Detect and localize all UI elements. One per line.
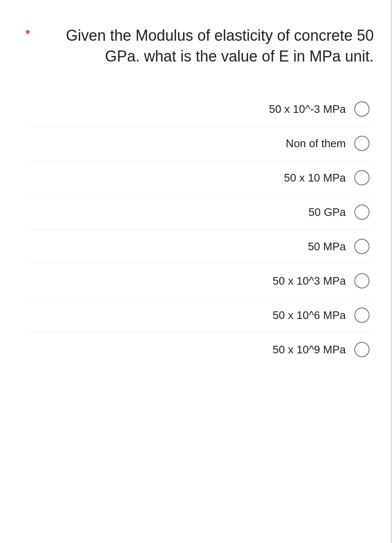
option-item[interactable]: 50 MPa	[25, 230, 374, 264]
option-item[interactable]: Non of them	[25, 126, 374, 161]
option-label: 50 x 10^-3 MPa	[269, 103, 346, 116]
question-header: * Given the Modulus of elasticity of con…	[25, 25, 374, 67]
required-star: *	[25, 27, 30, 41]
option-item[interactable]: 50 x 10^-3 MPa	[25, 92, 374, 126]
option-label: 50 GPa	[309, 206, 346, 219]
option-item[interactable]: 50 GPa	[25, 195, 374, 230]
radio-button[interactable]	[354, 308, 370, 323]
radio-button[interactable]	[354, 239, 370, 254]
option-label: Non of them	[286, 137, 346, 150]
option-label: 50 MPa	[308, 240, 346, 253]
option-item[interactable]: 50 x 10 MPa	[25, 161, 374, 195]
question-text: Given the Modulus of elasticity of concr…	[39, 25, 374, 67]
radio-button[interactable]	[354, 342, 370, 357]
option-label: 50 x 10 MPa	[284, 171, 346, 185]
options-list: 50 x 10^-3 MPaNon of them50 x 10 MPa50 G…	[25, 92, 374, 367]
option-item[interactable]: 50 x 10^9 MPa	[25, 333, 374, 367]
option-label: 50 x 10^3 MPa	[272, 274, 346, 288]
option-label: 50 x 10^6 MPa	[272, 309, 346, 322]
radio-button[interactable]	[354, 101, 370, 117]
page-container: * Given the Modulus of elasticity of con…	[0, 0, 392, 543]
radio-button[interactable]	[354, 204, 370, 220]
option-item[interactable]: 50 x 10^6 MPa	[25, 298, 374, 333]
radio-button[interactable]	[354, 136, 370, 151]
radio-button[interactable]	[354, 273, 370, 288]
option-label: 50 x 10^9 MPa	[272, 343, 346, 356]
radio-button[interactable]	[354, 170, 370, 185]
option-item[interactable]: 50 x 10^3 MPa	[25, 264, 374, 298]
